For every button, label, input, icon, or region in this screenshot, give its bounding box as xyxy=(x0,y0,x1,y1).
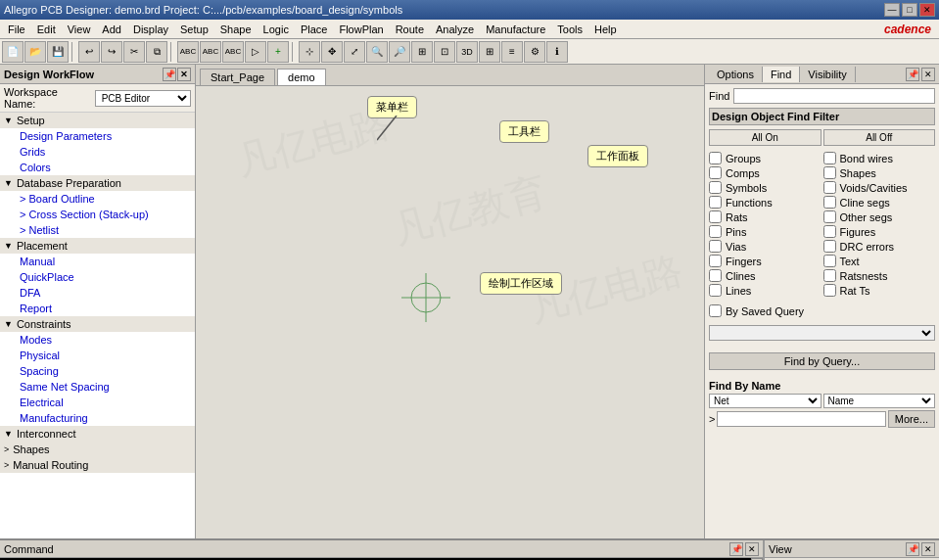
tree-grids[interactable]: Grids xyxy=(0,144,195,160)
find-input[interactable] xyxy=(733,88,935,104)
tb-zoom-fit[interactable]: ⊞ xyxy=(411,41,433,63)
tb-3d[interactable]: 3D xyxy=(456,41,478,63)
tb-layer[interactable]: ≡ xyxy=(501,41,523,63)
tb-abc3[interactable]: ABC xyxy=(222,41,244,63)
cmd-pin-btn[interactable]: 📌 xyxy=(729,542,743,556)
tb-abc1[interactable]: ABC xyxy=(177,41,199,63)
tab-start-page[interactable]: Start_Page xyxy=(200,69,275,85)
tb-zoom-sel[interactable]: ⊡ xyxy=(434,41,455,63)
panel-header-btns: 📌 ✕ xyxy=(163,68,191,81)
workspace-select[interactable]: PCB Editor xyxy=(95,90,191,107)
tree-section-interconnect-header[interactable]: ▼ Interconnect xyxy=(0,426,195,442)
tree-dfa[interactable]: DFA xyxy=(0,285,195,301)
cadence-logo: cadence xyxy=(884,23,937,36)
title-bar-title: Allegro PCB Designer: demo.brd Project: … xyxy=(4,4,402,16)
tb-info[interactable]: ℹ xyxy=(546,41,568,63)
tree-cross-section[interactable]: > Cross Section (Stack-up) xyxy=(0,207,195,222)
tab-demo[interactable]: demo xyxy=(277,69,326,85)
fbn-name-input[interactable] xyxy=(717,411,885,427)
tb-stretch[interactable]: ⤢ xyxy=(344,41,365,63)
saved-query-checkbox[interactable] xyxy=(709,304,722,317)
check-fingers: Fingers xyxy=(709,255,822,267)
menu-view[interactable]: View xyxy=(62,22,97,37)
label-setup: Setup xyxy=(17,115,45,126)
tb-grid[interactable]: ⊞ xyxy=(479,41,500,63)
tb-save[interactable]: 💾 xyxy=(47,41,69,63)
tb-shape[interactable]: ▷ xyxy=(245,41,266,63)
menu-file[interactable]: File xyxy=(2,22,31,37)
tb-props[interactable]: ⚙ xyxy=(524,41,545,63)
tb-copy[interactable]: ⧉ xyxy=(146,41,167,63)
cmd-close-btn[interactable]: ✕ xyxy=(745,542,759,556)
tab-options[interactable]: Options xyxy=(709,67,763,82)
tb-move[interactable]: ✥ xyxy=(321,41,343,63)
tb-undo[interactable]: ↩ xyxy=(78,41,100,63)
tree-section-db-header[interactable]: ▼ Database Preparation xyxy=(0,175,195,191)
tb-add[interactable]: + xyxy=(267,41,289,63)
tb-redo[interactable]: ↪ xyxy=(101,41,122,63)
check-other-segs: Other segs xyxy=(823,210,936,223)
menu-analyze[interactable]: Analyze xyxy=(430,22,480,37)
tree-quickplace[interactable]: QuickPlace xyxy=(0,269,195,285)
tb-select[interactable]: ⊹ xyxy=(299,41,320,63)
menu-manufacture[interactable]: Manufacture xyxy=(480,22,551,37)
right-panel-close[interactable]: ✕ xyxy=(921,68,935,81)
tb-abc2[interactable]: ABC xyxy=(200,41,221,63)
menu-flowplan[interactable]: FlowPlan xyxy=(333,22,389,37)
tree-section-constraints-header[interactable]: ▼ Constraints xyxy=(0,316,195,332)
tree-spacing[interactable]: Spacing xyxy=(0,363,195,379)
panel-close-btn[interactable]: ✕ xyxy=(177,68,191,81)
tree-colors[interactable]: Colors xyxy=(0,160,195,175)
tree-modes[interactable]: Modes xyxy=(0,332,195,348)
menu-setup[interactable]: Setup xyxy=(174,22,214,37)
menu-route[interactable]: Route xyxy=(390,22,430,37)
tb-new[interactable]: 📄 xyxy=(2,41,23,63)
menu-logic[interactable]: Logic xyxy=(258,22,295,37)
all-on-button[interactable]: All On xyxy=(709,129,822,146)
menu-help[interactable]: Help xyxy=(588,22,623,37)
tree-design-params[interactable]: Design Parameters xyxy=(0,128,195,144)
tree-section-shapes: > Shapes xyxy=(0,442,195,457)
fbn-net-select[interactable]: Net xyxy=(709,394,822,408)
menu-add[interactable]: Add xyxy=(96,22,127,37)
tree-board-outline[interactable]: > Board Outline xyxy=(0,191,195,207)
tab-find[interactable]: Find xyxy=(763,67,800,82)
maximize-button[interactable]: □ xyxy=(902,3,917,17)
tree-manufacturing[interactable]: Manufacturing xyxy=(0,410,195,426)
tb-zoom-out[interactable]: 🔎 xyxy=(389,41,410,63)
view-pin-btn[interactable]: 📌 xyxy=(906,542,919,556)
menu-tools[interactable]: Tools xyxy=(551,22,588,37)
menu-display[interactable]: Display xyxy=(127,22,174,37)
center-content: Start_Page demo 凡亿电路 凡亿教育 凡亿电路 菜单栏 xyxy=(196,65,704,538)
work-area[interactable]: 凡亿电路 凡亿教育 凡亿电路 菜单栏 工 xyxy=(196,86,704,538)
tb-cut[interactable]: ✂ xyxy=(123,41,145,63)
right-panel-pin[interactable]: 📌 xyxy=(906,68,919,81)
panel-pin-btn[interactable]: 📌 xyxy=(163,68,176,81)
menu-shape[interactable]: Shape xyxy=(214,22,258,37)
label-interconnect: Interconnect xyxy=(17,428,76,440)
menu-edit[interactable]: Edit xyxy=(31,22,62,37)
tree-physical[interactable]: Physical xyxy=(0,348,195,363)
tree-section-placement-header[interactable]: ▼ Placement xyxy=(0,238,195,254)
close-button[interactable]: ✕ xyxy=(919,3,935,17)
tree-same-net-spacing[interactable]: Same Net Spacing xyxy=(0,379,195,395)
menu-place[interactable]: Place xyxy=(295,22,334,37)
tree-section-shapes-header[interactable]: > Shapes xyxy=(0,442,195,457)
view-close-btn[interactable]: ✕ xyxy=(921,542,935,556)
tree-section-manual-routing-header[interactable]: > Manual Routing xyxy=(0,457,195,473)
tree-manual[interactable]: Manual xyxy=(0,254,195,269)
tree-report[interactable]: Report xyxy=(0,301,195,316)
tb-zoom-in[interactable]: 🔍 xyxy=(366,41,388,63)
fbn-name-select[interactable]: Name xyxy=(823,394,936,408)
all-off-button[interactable]: All Off xyxy=(823,129,936,146)
more-button[interactable]: More... xyxy=(888,410,935,428)
check-pins: Pins xyxy=(709,225,822,238)
tab-visibility[interactable]: Visibility xyxy=(800,67,856,82)
tree-netlist[interactable]: > Netlist xyxy=(0,222,195,238)
tree-section-setup-header[interactable]: ▼ Setup xyxy=(0,113,195,128)
minimize-button[interactable]: — xyxy=(884,3,900,17)
tb-open[interactable]: 📂 xyxy=(24,41,46,63)
saved-query-select[interactable] xyxy=(709,325,935,341)
tree-electrical[interactable]: Electrical xyxy=(0,395,195,410)
find-by-query-button[interactable]: Find by Query... xyxy=(709,352,935,370)
